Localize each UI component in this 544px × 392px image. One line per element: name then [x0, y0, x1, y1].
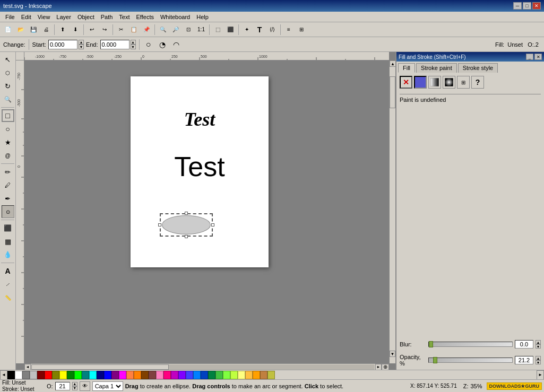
- scrollbar-vertical[interactable]: ▲ ▼: [389, 60, 395, 363]
- opacity-spin-down2[interactable]: ▼: [72, 386, 77, 390]
- paint-flat-button[interactable]: [414, 76, 427, 89]
- opacity-track[interactable]: [428, 358, 513, 363]
- color-swatch[interactable]: [215, 371, 223, 379]
- tab-fill[interactable]: Fill: [398, 63, 415, 73]
- arc-slice-button[interactable]: ◔: [157, 39, 168, 50]
- menu-layer[interactable]: Layer: [53, 13, 74, 21]
- text-edit-button[interactable]: T: [254, 24, 265, 36]
- zoom-100-button[interactable]: 1:1: [195, 24, 207, 36]
- color-swatch[interactable]: [201, 371, 208, 379]
- xml-edit-button[interactable]: ⟨/⟩: [266, 24, 278, 36]
- scroll-up-button[interactable]: ▲: [390, 60, 395, 67]
- color-swatch[interactable]: [260, 371, 267, 379]
- print-button[interactable]: 🖨: [40, 24, 52, 36]
- color-swatch[interactable]: [37, 371, 45, 379]
- panel-close-button[interactable]: ✕: [534, 54, 542, 60]
- blur-thumb[interactable]: [429, 341, 433, 347]
- copy-button[interactable]: 📋: [128, 24, 140, 36]
- redo-button[interactable]: ↪: [99, 24, 110, 36]
- paint-pattern-button[interactable]: ⊞: [457, 76, 470, 89]
- handle-bottom[interactable]: [185, 235, 188, 238]
- node-tool-button[interactable]: ⬡: [2, 66, 14, 79]
- layer-select[interactable]: Capa 1: [92, 381, 123, 391]
- paint-none-button[interactable]: ✕: [400, 76, 412, 89]
- menu-effects[interactable]: Effects: [133, 13, 157, 21]
- paste-button[interactable]: 📌: [141, 24, 152, 36]
- paint-unknown-button[interactable]: ?: [471, 76, 484, 89]
- color-swatch[interactable]: [52, 371, 59, 379]
- dropper-tool-button[interactable]: 💧: [2, 248, 14, 261]
- color-swatch[interactable]: [193, 371, 201, 379]
- start-spin-up[interactable]: ▲: [79, 40, 84, 45]
- gradient-tool-button[interactable]: ▦: [2, 235, 14, 248]
- menu-text[interactable]: Text: [116, 13, 133, 21]
- color-swatch[interactable]: [59, 371, 67, 379]
- maximize-button[interactable]: □: [523, 2, 531, 10]
- color-swatch[interactable]: [22, 371, 30, 379]
- cut-button[interactable]: ✂: [115, 24, 127, 36]
- paint-linear-button[interactable]: [428, 76, 441, 89]
- paint-radial-button[interactable]: [443, 76, 455, 89]
- color-swatch[interactable]: [253, 371, 260, 379]
- tab-stroke-style[interactable]: Stroke style: [458, 63, 498, 73]
- open-button[interactable]: 📂: [15, 24, 27, 36]
- blur-spin-down[interactable]: ▼: [536, 344, 541, 349]
- scroll-left-button[interactable]: ◄: [24, 364, 31, 370]
- end-input[interactable]: [100, 40, 129, 49]
- color-swatch[interactable]: [163, 371, 171, 379]
- handle-left[interactable]: [158, 223, 161, 227]
- menu-whiteboard[interactable]: Whiteboard: [157, 13, 193, 21]
- menu-edit[interactable]: Edit: [18, 13, 34, 21]
- spray-tool-button[interactable]: ⊙: [2, 205, 14, 218]
- palette-left-button[interactable]: ◄: [0, 370, 7, 380]
- menu-object[interactable]: Object: [74, 13, 98, 21]
- end-spin-up[interactable]: ▲: [131, 40, 136, 45]
- canvas-viewport[interactable]: Test Test: [24, 60, 389, 363]
- opacity-spin-up2[interactable]: ▲: [72, 382, 77, 386]
- callig-tool-button[interactable]: ✒: [2, 192, 14, 205]
- align-button[interactable]: ≡: [283, 24, 295, 36]
- transform-tool-button[interactable]: ↻: [2, 80, 14, 92]
- new-button[interactable]: 📄: [2, 24, 14, 36]
- opacity-thumb[interactable]: [433, 357, 437, 363]
- distribute-button[interactable]: ⊞: [296, 24, 307, 36]
- color-swatch[interactable]: [141, 371, 149, 379]
- rect-tool-button[interactable]: □: [2, 109, 14, 122]
- opacity-icon-button[interactable]: 👁: [80, 381, 90, 391]
- color-swatch[interactable]: [7, 371, 15, 379]
- handle-right[interactable]: [211, 223, 214, 227]
- scroll-thumb-vertical[interactable]: [390, 76, 395, 108]
- scroll-thumb-horizontal[interactable]: [31, 364, 169, 370]
- ellipse-shape[interactable]: [162, 215, 211, 234]
- color-swatch[interactable]: [97, 371, 104, 379]
- scroll-track-horizontal[interactable]: [31, 364, 375, 370]
- color-swatch[interactable]: [82, 371, 89, 379]
- scroll-right-button[interactable]: ►: [375, 364, 382, 370]
- color-swatch[interactable]: [30, 371, 37, 379]
- blur-track[interactable]: [428, 342, 513, 347]
- color-swatch[interactable]: [119, 371, 126, 379]
- arc-whole-button[interactable]: ○: [143, 39, 154, 50]
- arc-open-button[interactable]: ◠: [170, 39, 182, 50]
- color-swatch[interactable]: [230, 371, 238, 379]
- zoom-out-button[interactable]: 🔎: [170, 24, 182, 36]
- color-swatch[interactable]: [104, 371, 111, 379]
- zoom-tool-button[interactable]: 🔍: [2, 93, 14, 106]
- text-tool-button[interactable]: A: [2, 265, 14, 277]
- handle-top[interactable]: [185, 212, 188, 215]
- connector-tool-button[interactable]: ⟋: [2, 278, 14, 291]
- panel-minimize-button[interactable]: _: [526, 54, 533, 60]
- color-swatch[interactable]: [238, 371, 245, 379]
- color-swatch[interactable]: [15, 371, 22, 379]
- bucket-tool-button[interactable]: ⬛: [2, 222, 14, 234]
- tab-stroke-paint[interactable]: Stroke paint: [416, 63, 457, 73]
- opacity-spin-up[interactable]: ▲: [536, 356, 541, 360]
- scroll-down-button[interactable]: ▼: [390, 351, 395, 357]
- color-swatch[interactable]: [67, 371, 74, 379]
- opacity-input[interactable]: [55, 382, 70, 390]
- minimize-button[interactable]: ─: [513, 2, 522, 10]
- select-tool-button[interactable]: ↖: [2, 53, 14, 66]
- color-swatch[interactable]: [156, 371, 163, 379]
- blur-spin-up[interactable]: ▲: [536, 340, 541, 344]
- node-edit-button[interactable]: ✦: [241, 24, 253, 36]
